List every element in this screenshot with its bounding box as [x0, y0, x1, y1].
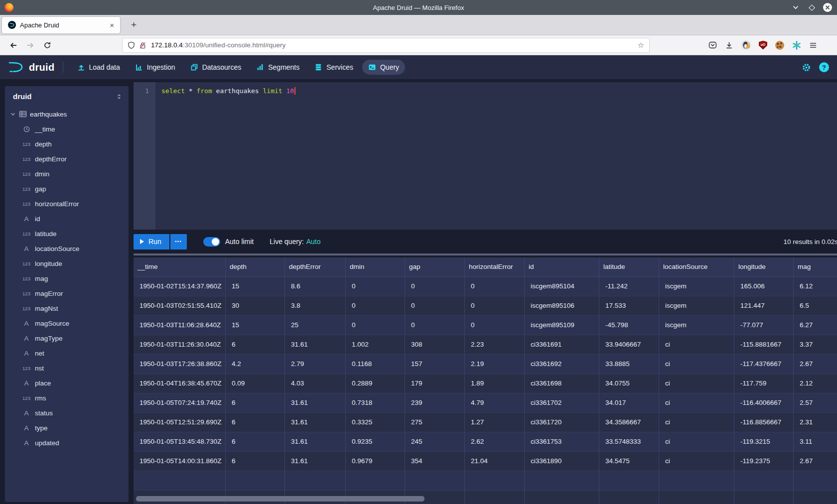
back-button[interactable] — [5, 38, 22, 53]
cell-horizontalerror[interactable]: 2.19 — [465, 355, 525, 374]
cell-gap[interactable]: 275 — [405, 413, 465, 432]
sidebar-item-depth[interactable]: 123depth — [5, 136, 129, 151]
cell-latitude[interactable]: 33.8885 — [599, 355, 659, 374]
cell-empty[interactable] — [346, 471, 405, 491]
cell-deptherror[interactable]: 25 — [285, 316, 346, 335]
cell-depth[interactable]: 4.2 — [226, 355, 285, 374]
cell-dmin[interactable]: 0.1168 — [346, 355, 405, 374]
cell-latitude[interactable]: 34.017 — [599, 393, 659, 413]
cell-time[interactable]: 1950-01-04T16:38:45.670Z — [134, 374, 226, 393]
cell-latitude[interactable]: 33.5748333 — [599, 432, 659, 452]
nav-item-datasources[interactable]: Datasources — [184, 60, 248, 75]
cell-longitude[interactable]: -77.077 — [734, 316, 794, 335]
gear-icon[interactable] — [802, 63, 811, 72]
sidebar-item-magnst[interactable]: 123magNst — [5, 301, 129, 316]
cookie-icon[interactable] — [775, 41, 784, 50]
sidebar-item-deptherror[interactable]: 123depthError — [5, 151, 129, 166]
sidebar-item-dmin[interactable]: 123dmin — [5, 166, 129, 181]
sidebar-item-rms[interactable]: 123rms — [5, 390, 129, 405]
cell-dmin[interactable]: 1.002 — [346, 335, 405, 355]
sidebar-item-locationsource[interactable]: AlocationSource — [5, 241, 129, 256]
cell-dmin[interactable]: 0.7318 — [346, 393, 405, 413]
cell-longitude[interactable]: 165.006 — [734, 277, 794, 296]
cell-mag[interactable]: 3.11 — [794, 432, 837, 452]
cell-gap[interactable]: 0 — [405, 316, 465, 335]
sidebar-item-magtype[interactable]: AmagType — [5, 331, 129, 346]
sidebar-item-type[interactable]: Atype — [5, 420, 129, 435]
cell-locationsource[interactable]: iscgem — [659, 296, 734, 316]
cell-locationsource[interactable]: ci — [659, 374, 734, 393]
cell-horizontalerror[interactable]: 0 — [465, 296, 525, 316]
cell-mag[interactable]: 6.12 — [794, 277, 837, 296]
cell-latitude[interactable]: -45.798 — [599, 316, 659, 335]
cell-dmin[interactable]: 0.9679 — [346, 452, 405, 471]
cell-locationsource[interactable]: ci — [659, 393, 734, 413]
sidebar-item-updated[interactable]: Aupdated — [5, 435, 129, 450]
column-header-latitude[interactable]: latitude — [599, 257, 659, 277]
cell-horizontalerror[interactable]: 0 — [465, 277, 525, 296]
cell-empty[interactable] — [405, 471, 465, 491]
pane-resize-handle[interactable] — [134, 253, 837, 255]
column-header-longitude[interactable]: longitude — [734, 257, 794, 277]
sidebar-item-status[interactable]: Astatus — [5, 405, 129, 420]
cell-locationsource[interactable]: ci — [659, 413, 734, 432]
nav-item-load-data[interactable]: Load data — [71, 60, 126, 75]
cell-longitude[interactable]: 121.447 — [734, 296, 794, 316]
run-button[interactable]: Run — [134, 234, 169, 250]
cell-mag[interactable]: 3.37 — [794, 335, 837, 355]
cell-locationsource[interactable]: ci — [659, 432, 734, 452]
cell-horizontalerror[interactable]: 21.04 — [465, 452, 525, 471]
bookmark-star-icon[interactable]: ☆ — [638, 41, 644, 50]
cell-empty[interactable] — [659, 491, 734, 504]
cell-latitude[interactable]: 34.0755 — [599, 374, 659, 393]
cell-deptherror[interactable]: 2.79 — [285, 355, 346, 374]
cell-deptherror[interactable]: 8.6 — [285, 277, 346, 296]
column-header-dmin[interactable]: dmin — [346, 257, 405, 277]
cell-mag[interactable]: 6.5 — [794, 296, 837, 316]
auto-limit-toggle[interactable] — [203, 237, 220, 247]
cell-depth[interactable]: 15 — [226, 316, 285, 335]
sidebar-table-earthquakes[interactable]: earthquakes — [5, 107, 129, 122]
cell-id[interactable]: ci3361698 — [525, 374, 599, 393]
nav-item-ingestion[interactable]: Ingestion — [129, 60, 181, 75]
sidebar-item-magsource[interactable]: AmagSource — [5, 316, 129, 331]
cell-gap[interactable]: 308 — [405, 335, 465, 355]
cell-id[interactable]: ci3361691 — [525, 335, 599, 355]
cell-empty[interactable] — [659, 471, 734, 491]
cell-longitude[interactable]: -115.8881667 — [734, 335, 794, 355]
live-query-value[interactable]: Auto — [306, 238, 321, 246]
cell-horizontalerror[interactable]: 2.62 — [465, 432, 525, 452]
cell-gap[interactable]: 157 — [405, 355, 465, 374]
sidebar-item-horizontalerror[interactable]: 123horizontalError — [5, 196, 129, 211]
column-header-horizontalerror[interactable]: horizontalError — [465, 257, 525, 277]
cell-gap[interactable]: 0 — [405, 277, 465, 296]
cell-id[interactable]: iscgem895104 — [525, 277, 599, 296]
sidebar-item-gap[interactable]: 123gap — [5, 181, 129, 196]
column-header-id[interactable]: id — [525, 257, 599, 277]
cell-gap[interactable]: 179 — [405, 374, 465, 393]
cell-horizontalerror[interactable]: 0 — [465, 316, 525, 335]
cell-depth[interactable]: 6 — [226, 393, 285, 413]
cell-dmin[interactable]: 0 — [346, 316, 405, 335]
cell-longitude[interactable]: -117.759 — [734, 374, 794, 393]
ublock-icon[interactable]: uO — [759, 41, 767, 50]
cell-horizontalerror[interactable]: 1.27 — [465, 413, 525, 432]
cell-longitude[interactable]: -117.4376667 — [734, 355, 794, 374]
downloads-icon[interactable] — [725, 41, 733, 49]
cell-mag[interactable]: 2.67 — [794, 452, 837, 471]
cell-latitude[interactable]: 34.5475 — [599, 452, 659, 471]
cell-id[interactable]: ci3361702 — [525, 393, 599, 413]
cell-depth[interactable]: 6 — [226, 452, 285, 471]
cell-empty[interactable] — [465, 491, 525, 504]
column-header-mag[interactable]: mag — [794, 257, 837, 277]
sql-editor[interactable]: 1 select * from earthquakes limit 10 — [134, 82, 837, 230]
cell-mag[interactable]: 2.57 — [794, 393, 837, 413]
editor-code-line[interactable]: select * from earthquakes limit 10 — [155, 82, 837, 230]
cell-locationsource[interactable]: ci — [659, 335, 734, 355]
cell-time[interactable]: 1950-01-03T02:51:55.410Z — [134, 296, 226, 316]
chevron-down-icon[interactable] — [10, 111, 16, 117]
cell-latitude[interactable]: 17.533 — [599, 296, 659, 316]
run-more-options-button[interactable]: ••• — [170, 234, 187, 250]
sidebar-item-time[interactable]: __time — [5, 122, 129, 136]
cell-depth[interactable]: 6 — [226, 413, 285, 432]
